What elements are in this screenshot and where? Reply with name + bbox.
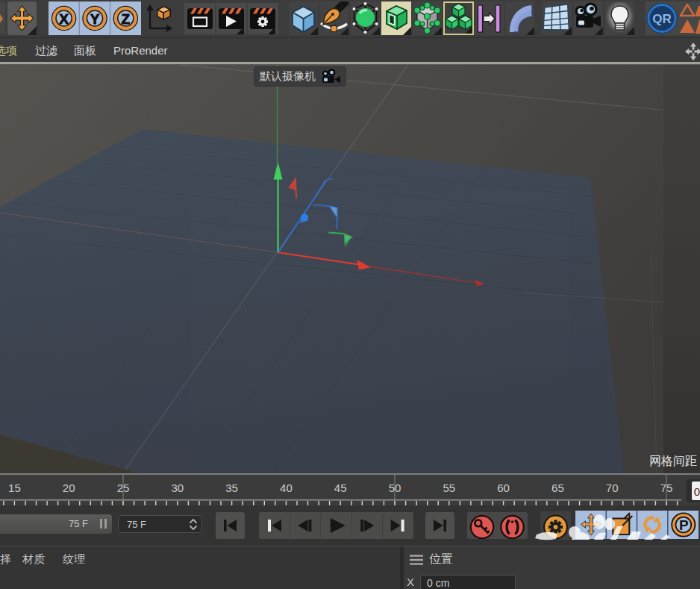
svg-text:65: 65: [551, 482, 564, 494]
svg-text:0: 0: [694, 485, 700, 498]
svg-text:30: 30: [171, 482, 184, 494]
svg-text:55: 55: [443, 482, 455, 494]
svg-text:60: 60: [497, 482, 510, 494]
svg-text:Y: Y: [90, 11, 100, 27]
svg-text:70: 70: [606, 482, 619, 494]
svg-text:X: X: [59, 11, 69, 27]
svg-text:QR: QR: [652, 12, 672, 26]
svg-text:35: 35: [225, 482, 238, 494]
svg-text:Z: Z: [121, 11, 130, 27]
svg-text:网格间距: 网格间距: [649, 455, 697, 467]
svg-text:40: 40: [280, 482, 293, 494]
svg-text:45: 45: [334, 482, 347, 494]
svg-text:50: 50: [389, 482, 401, 494]
svg-text:25: 25: [117, 482, 130, 494]
svg-text:20: 20: [63, 482, 75, 494]
svg-text:75: 75: [660, 482, 673, 494]
svg-text:15: 15: [8, 482, 21, 494]
